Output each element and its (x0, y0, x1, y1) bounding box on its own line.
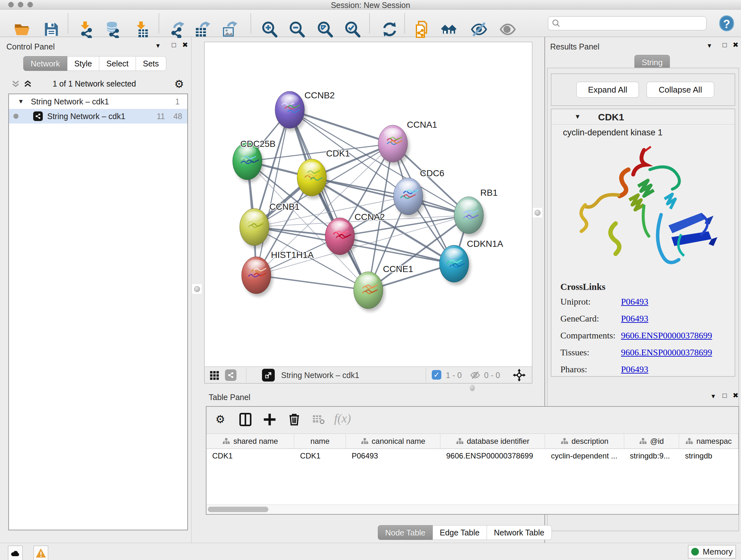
network-edge[interactable] (256, 275, 368, 290)
export-image-icon[interactable] (221, 21, 238, 38)
gene-name: CDK1 (598, 112, 624, 123)
collapse-panel-icon[interactable]: ▾ (704, 42, 714, 50)
show-all-icon[interactable] (499, 21, 516, 38)
show-columns-icon[interactable] (239, 413, 253, 427)
table-horizontal-scrollbar[interactable] (206, 504, 738, 514)
section-collapse-icon[interactable]: ▼ (575, 113, 581, 120)
grid-view-icon[interactable] (210, 371, 219, 380)
tab-style[interactable]: Style (67, 56, 99, 71)
column-header-namespac[interactable]: namespac (679, 434, 738, 449)
network-node-rb1[interactable]: RB1 (454, 188, 497, 237)
help-button[interactable]: ? (719, 15, 734, 31)
cell[interactable]: 9606.ENSP00000378699 (441, 449, 545, 463)
gene-description: cyclin-dependent kinase 1 (563, 128, 663, 138)
collapse-panel-icon[interactable]: ▾ (153, 42, 163, 50)
close-panel-icon[interactable]: ✖ (731, 391, 740, 400)
network-node-ccne1[interactable]: CCNE1 (354, 264, 413, 312)
collapse-all-button[interactable]: Collapse All (647, 82, 714, 98)
open-session-icon[interactable] (13, 21, 30, 38)
scrollbar-thumb[interactable] (208, 507, 268, 512)
column-header-database-identifier[interactable]: database identifier (441, 434, 545, 449)
network-node-cdkn1a[interactable]: CDKN1A (440, 239, 503, 285)
cell[interactable]: cyclin-dependent ... (545, 449, 624, 463)
float-panel-icon[interactable]: □ (720, 41, 730, 49)
column-header-name[interactable]: name (294, 434, 346, 449)
column-header--id[interactable]: @id (624, 434, 679, 449)
table-row[interactable]: CDK1CDK1P064939606.ENSP00000378699cyclin… (206, 449, 738, 463)
home-networks-icon[interactable] (441, 21, 458, 38)
table-options-gear-icon[interactable]: ⚙ (215, 414, 230, 428)
collapse-panel-icon[interactable]: ▾ (709, 392, 718, 400)
close-panel-icon[interactable]: ✖ (180, 41, 190, 49)
fit-content-crosshair-icon[interactable] (513, 369, 526, 381)
tab-select[interactable]: Select (99, 56, 136, 71)
zoom-fit-icon[interactable] (317, 21, 334, 38)
export-network-icon[interactable] (169, 21, 186, 38)
memory-button[interactable]: Memory (688, 545, 736, 558)
zoom-in-icon[interactable] (261, 21, 278, 38)
import-network-database-icon[interactable] (104, 21, 121, 38)
import-table-icon[interactable] (133, 21, 150, 38)
cell[interactable]: stringdb:9... (624, 449, 679, 463)
column-header-canonical-name[interactable]: canonical name (346, 434, 441, 449)
crosslink-link[interactable]: P06493 (621, 364, 649, 374)
network-share-icon[interactable] (225, 369, 237, 381)
tab-network[interactable]: Network (23, 56, 67, 71)
column-header-description[interactable]: description (545, 434, 624, 449)
cloud-status-button[interactable] (8, 546, 23, 560)
network-view-toolbar: String Network – cdk1 ✓ 1 - 0 0 - 0 (205, 367, 532, 383)
network-node-ccna2[interactable]: CCNA2 (325, 212, 385, 258)
crosslink-link[interactable]: P06493 (621, 297, 649, 307)
clone-network-icon[interactable] (414, 21, 431, 38)
expand-all-button[interactable]: Expand All (576, 82, 639, 98)
save-session-icon[interactable] (43, 21, 60, 38)
search-input[interactable] (548, 16, 706, 30)
crosslink-link[interactable]: 9606.ENSP00000378699 (621, 348, 712, 358)
network-options-gear-icon[interactable]: ⚙ (174, 78, 184, 89)
hide-show-icon[interactable] (470, 21, 488, 38)
birdseye-view-icon[interactable] (262, 369, 275, 381)
delete-column-icon[interactable] (287, 413, 302, 427)
cell[interactable]: P06493 (346, 449, 441, 463)
warnings-button[interactable] (33, 546, 48, 560)
network-canvas[interactable]: CCNB2CCNA1CDC25BCDK1CDC6RB1CCNB1CCNA2CDK… (205, 42, 532, 367)
tree-expand-icon[interactable]: ▼ (18, 98, 24, 105)
export-table-icon[interactable] (194, 21, 211, 38)
attribute-tree-icon (456, 437, 464, 445)
cell[interactable]: stringdb (679, 449, 738, 463)
collapse-all-tree-icon[interactable] (11, 79, 20, 89)
tab-node-table[interactable]: Node Table (378, 525, 433, 540)
cell[interactable]: CDK1 (294, 449, 346, 463)
network-node-hist1h1a[interactable]: HIST1H1A (242, 250, 314, 297)
expand-all-tree-icon[interactable] (23, 79, 32, 89)
crosslinks-title: CrossLinks (560, 282, 735, 292)
float-panel-icon[interactable]: □ (169, 41, 179, 49)
left-splitter-handle[interactable] (192, 284, 202, 294)
attribute-tree-icon (361, 437, 368, 445)
network-row-selected[interactable]: String Network – cdk1 11 48 (9, 109, 187, 124)
tab-edge-table[interactable]: Edge Table (433, 525, 487, 540)
hidden-eye-icon[interactable] (470, 370, 480, 380)
crosslink-link[interactable]: P06493 (621, 314, 649, 324)
close-panel-icon[interactable]: ✖ (731, 41, 740, 49)
network-edge[interactable] (290, 110, 368, 290)
network-collection-row[interactable]: ▼ String Network – cdk1 1 (9, 94, 187, 109)
zoom-out-icon[interactable] (288, 21, 306, 38)
gene-section-header[interactable]: ▼ CDK1 (551, 109, 735, 125)
add-column-icon[interactable] (263, 413, 277, 427)
network-edge[interactable] (256, 215, 469, 275)
float-panel-icon[interactable]: □ (720, 391, 730, 400)
refresh-icon[interactable] (381, 21, 398, 38)
memory-status-dot (691, 548, 699, 556)
selected-checkbox-icon[interactable]: ✓ (432, 370, 441, 380)
cell[interactable]: CDK1 (206, 449, 294, 463)
import-network-file-icon[interactable] (77, 21, 95, 38)
tab-network-table[interactable]: Network Table (487, 525, 552, 540)
zoom-selected-icon[interactable] (344, 21, 361, 38)
right-splitter-handle[interactable] (533, 208, 542, 217)
network-edge[interactable] (340, 236, 454, 264)
crosslink-link[interactable]: 9606.ENSP00000378699 (621, 330, 712, 341)
column-header-shared-name[interactable]: shared name (206, 434, 294, 449)
network-node-ccnb2[interactable]: CCNB2 (275, 90, 335, 131)
tab-sets[interactable]: Sets (136, 56, 166, 71)
